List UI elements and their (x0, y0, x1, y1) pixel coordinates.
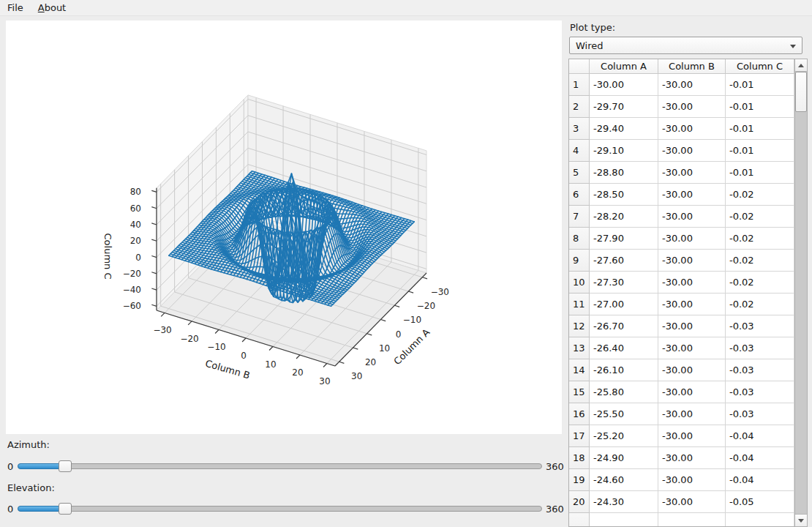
table-cell[interactable]: -0.05 (726, 491, 794, 513)
table-cell[interactable]: -30.00 (658, 140, 726, 162)
table-cell[interactable]: -0.02 (726, 294, 794, 315)
table-cell[interactable]: -30.00 (658, 74, 726, 96)
row-header[interactable]: 4 (569, 140, 590, 162)
row-header[interactable] (569, 513, 590, 527)
table-cell[interactable]: -30.00 (658, 491, 726, 513)
row-header[interactable]: 5 (569, 162, 590, 184)
elevation-slider[interactable] (18, 502, 542, 515)
scrollbar-thumb[interactable] (795, 72, 807, 112)
row-header[interactable]: 12 (569, 315, 590, 337)
row-header[interactable]: 15 (569, 381, 590, 403)
table-cell[interactable]: -0.02 (726, 184, 794, 206)
scrollbar-up-button[interactable] (795, 59, 807, 72)
row-header[interactable]: 2 (569, 96, 590, 118)
table-cell[interactable]: -0.01 (726, 140, 794, 162)
table-cell[interactable]: -29.70 (590, 96, 658, 118)
row-header[interactable]: 18 (569, 447, 590, 469)
table-cell[interactable]: -27.30 (590, 272, 658, 294)
table-cell[interactable]: -30.00 (590, 74, 658, 96)
table-cell[interactable]: -0.01 (726, 74, 794, 96)
table-cell[interactable]: -30.00 (658, 250, 726, 272)
row-header[interactable]: 19 (569, 469, 590, 491)
table-cell[interactable]: -24.30 (590, 491, 658, 513)
table-cell[interactable]: -30.00 (658, 447, 726, 469)
table-cell[interactable]: -25.50 (590, 403, 658, 425)
table-cell[interactable]: -30.00 (658, 337, 726, 359)
table-cell[interactable] (658, 513, 726, 527)
table-cell[interactable]: -30.00 (658, 272, 726, 294)
table-cell[interactable]: -26.70 (590, 315, 658, 337)
column-header-column-b[interactable]: Column B (658, 59, 726, 73)
table-vertical-scrollbar[interactable] (794, 59, 807, 526)
table-corner-cell[interactable] (569, 59, 590, 73)
table-cell[interactable]: -24.90 (590, 447, 658, 469)
column-header-column-a[interactable]: Column A (590, 59, 658, 73)
table-cell[interactable]: -30.00 (658, 469, 726, 491)
table-cell[interactable]: -25.80 (590, 381, 658, 403)
table-cell[interactable]: -0.03 (726, 381, 794, 403)
table-cell[interactable]: -27.00 (590, 294, 658, 315)
table-cell[interactable]: -28.50 (590, 184, 658, 206)
table-cell[interactable]: -0.03 (726, 403, 794, 425)
table-cell[interactable]: -29.10 (590, 140, 658, 162)
table-cell[interactable]: -0.02 (726, 228, 794, 250)
plot-canvas-3d[interactable]: −30−20−100102030−30−20−100102030−60−40−2… (6, 20, 562, 434)
table-cell[interactable]: -24.60 (590, 469, 658, 491)
row-header[interactable]: 17 (569, 425, 590, 447)
azimuth-slider[interactable] (18, 460, 542, 473)
table-cell[interactable]: -30.00 (658, 403, 726, 425)
table-cell[interactable]: -30.00 (658, 162, 726, 184)
table-cell[interactable]: -0.01 (726, 118, 794, 140)
menu-item-about[interactable]: About (31, 1, 73, 15)
row-header[interactable]: 9 (569, 250, 590, 272)
table-cell[interactable]: -26.10 (590, 359, 658, 381)
table-cell[interactable]: -0.02 (726, 272, 794, 294)
plot-type-dropdown[interactable]: Wired (569, 37, 802, 54)
table-cell[interactable]: -28.20 (590, 206, 658, 228)
table-cell[interactable]: -30.00 (658, 425, 726, 447)
azimuth-slider-handle[interactable] (59, 460, 72, 472)
row-header[interactable]: 8 (569, 228, 590, 250)
table-cell[interactable]: -26.40 (590, 337, 658, 359)
row-header[interactable]: 6 (569, 184, 590, 206)
table-cell[interactable]: -0.04 (726, 425, 794, 447)
scrollbar-down-button[interactable] (795, 514, 807, 526)
row-header[interactable]: 16 (569, 403, 590, 425)
table-cell[interactable]: -27.60 (590, 250, 658, 272)
menu-item-file[interactable]: File (0, 1, 31, 15)
table-cell[interactable]: -27.90 (590, 228, 658, 250)
table-cell[interactable]: -0.02 (726, 250, 794, 272)
table-cell[interactable]: -0.03 (726, 359, 794, 381)
table-cell[interactable]: -0.01 (726, 162, 794, 184)
table-cell[interactable]: -30.00 (658, 381, 726, 403)
row-header[interactable]: 20 (569, 491, 590, 513)
row-header[interactable]: 7 (569, 206, 590, 228)
row-header[interactable]: 10 (569, 272, 590, 294)
table-cell[interactable]: -30.00 (658, 184, 726, 206)
row-header[interactable]: 1 (569, 74, 590, 96)
table-cell[interactable]: -0.03 (726, 315, 794, 337)
column-header-column-c[interactable]: Column C (726, 59, 794, 73)
table-cell[interactable]: -30.00 (658, 359, 726, 381)
table-cell[interactable]: -30.00 (658, 96, 726, 118)
table-cell[interactable]: -28.80 (590, 162, 658, 184)
table-cell[interactable]: -30.00 (658, 228, 726, 250)
table-cell[interactable]: -0.04 (726, 447, 794, 469)
table-cell[interactable]: -30.00 (658, 315, 726, 337)
row-header[interactable]: 14 (569, 359, 590, 381)
table-cell[interactable]: -0.01 (726, 96, 794, 118)
table-cell[interactable]: -29.40 (590, 118, 658, 140)
azimuth-slider-groove[interactable] (18, 463, 542, 469)
row-header[interactable]: 11 (569, 294, 590, 315)
table-cell[interactable] (590, 513, 658, 527)
table-cell[interactable] (726, 513, 794, 527)
table-cell[interactable]: -25.20 (590, 425, 658, 447)
table-cell[interactable]: -0.04 (726, 469, 794, 491)
row-header[interactable]: 3 (569, 118, 590, 140)
table-cell[interactable]: -0.02 (726, 206, 794, 228)
table-cell[interactable]: -0.03 (726, 337, 794, 359)
row-header[interactable]: 13 (569, 337, 590, 359)
elevation-slider-groove[interactable] (18, 506, 542, 512)
elevation-slider-handle[interactable] (59, 503, 72, 515)
table-cell[interactable]: -30.00 (658, 206, 726, 228)
